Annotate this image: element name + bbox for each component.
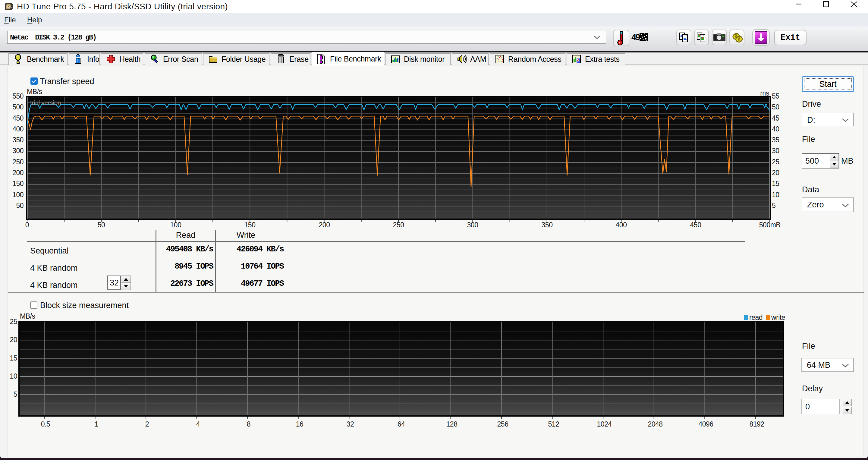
- svg-text:trial version: trial version: [30, 99, 61, 106]
